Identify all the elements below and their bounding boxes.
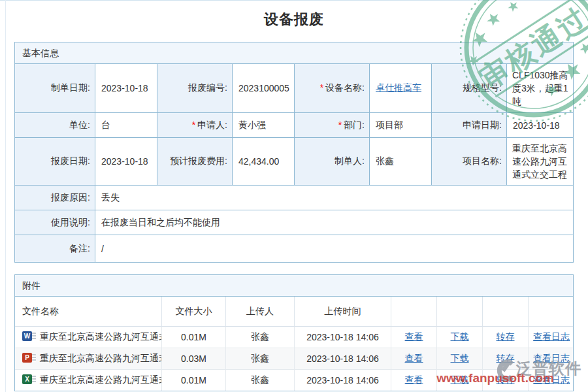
field-label-project-name: 项目名称:	[432, 138, 507, 186]
field-label-usage-note: 使用说明:	[15, 210, 95, 235]
field-label-remark: 备注:	[15, 235, 95, 263]
field-label-scrap-date: 报废日期:	[15, 138, 95, 186]
file-name: 重庆至北京高速公路九河互通式	[40, 331, 162, 342]
content-area: 基本信息 制单日期: 2023-10-18 报废编号: 2023100005 *…	[14, 42, 574, 391]
file-name: 重庆至北京高速公路九河互通式	[40, 353, 162, 363]
field-value-spec-model: CLF1030推高度3米，起重1吨	[507, 64, 574, 113]
col-action-saveas	[483, 297, 529, 327]
basic-info-table: 制单日期: 2023-10-18 报废编号: 2023100005 *设备名称:…	[15, 64, 574, 263]
field-value-scrap-reason: 丢失	[95, 186, 574, 210]
col-uploader: 上传人	[226, 297, 295, 327]
file-upload-time: 2023-10-18 14:06	[295, 327, 391, 348]
attachments-section-header: 附件	[15, 275, 573, 297]
file-size: 0.01M	[162, 327, 226, 348]
required-marker: *	[192, 120, 195, 130]
required-marker: *	[338, 120, 342, 130]
file-upload-time: 2023-10-18 14:06	[295, 348, 391, 370]
field-value-apply-date: 2023-10-18	[507, 113, 574, 138]
field-value-estimated-cost: 42,434.00	[233, 138, 295, 186]
file-size: 0.01M	[162, 370, 226, 391]
download-link[interactable]: 下载	[451, 374, 469, 385]
field-value-remark: /	[95, 235, 574, 263]
field-label-scrap-no: 报废编号:	[157, 64, 233, 113]
field-value-make-date: 2023-10-18	[95, 64, 157, 113]
ppt-file-icon: P	[22, 353, 36, 363]
field-label-apply-date: 申请日期:	[432, 113, 507, 138]
view-log-link[interactable]: 查看日志	[533, 331, 570, 342]
field-label-spec-model: 规格型号:	[432, 64, 507, 113]
left-divider	[5, 0, 6, 392]
field-value-usage-note: 在报废当日和之后均不能使用	[95, 210, 574, 235]
field-label-equipment-name: *设备名称:	[295, 64, 370, 113]
file-name: 重庆至北京高速公路九河互通式	[40, 374, 162, 385]
excel-file-icon: X	[22, 374, 36, 385]
field-label-department: *部门:	[295, 113, 370, 138]
file-name-cell: X重庆至北京高速公路九河互通式	[15, 370, 162, 391]
file-size: 0.03M	[162, 348, 226, 370]
file-uploader: 张鑫	[226, 370, 295, 391]
file-upload-time: 2023-10-18 14:06	[295, 370, 391, 391]
field-label-unit: 单位:	[15, 113, 95, 138]
file-uploader: 张鑫	[226, 348, 295, 370]
field-label-estimated-cost: 预计报废费用:	[157, 138, 233, 186]
col-action-log	[529, 297, 574, 327]
attachment-row: P重庆至北京高速公路九河互通式 0.03M 张鑫 2023-10-18 14:0…	[15, 348, 574, 370]
download-link[interactable]: 下载	[451, 353, 469, 363]
saveas-link[interactable]: 转存	[497, 353, 515, 363]
basic-info-panel: 基本信息 制单日期: 2023-10-18 报废编号: 2023100005 *…	[14, 42, 574, 263]
view-link[interactable]: 查看	[405, 353, 423, 363]
field-value-equipment-name: 卓仕推高车	[370, 64, 432, 113]
attachment-row: W重庆至北京高速公路九河互通式 0.01M 张鑫 2023-10-18 14:0…	[15, 327, 574, 348]
col-upload-time: 上传时间	[295, 297, 391, 327]
col-file-size: 文件大小	[162, 297, 226, 327]
view-log-link[interactable]: 查看日志	[533, 374, 570, 385]
col-file-name: 文件名称	[15, 297, 162, 327]
file-name-cell: W重庆至北京高速公路九河互通式	[15, 327, 162, 348]
view-link[interactable]: 查看	[405, 331, 423, 342]
field-value-applicant: 黄小强	[233, 113, 295, 138]
file-uploader: 张鑫	[226, 327, 295, 348]
attachment-row: X重庆至北京高速公路九河互通式 0.01M 张鑫 2023-10-18 14:0…	[15, 370, 574, 391]
col-action-view	[391, 297, 437, 327]
view-link[interactable]: 查看	[405, 374, 423, 385]
attachments-panel: 附件 文件名称 文件大小 上传人 上传时间 W重庆至北京高速公路九河互通式	[14, 274, 574, 391]
field-label-scrap-reason: 报废原因:	[15, 186, 95, 210]
top-divider	[0, 0, 588, 1]
required-marker: *	[320, 82, 323, 93]
attachments-header-row: 文件名称 文件大小 上传人 上传时间	[15, 297, 574, 327]
view-log-link[interactable]: 查看日志	[533, 353, 570, 363]
field-label-maker: 制单人:	[295, 138, 370, 186]
basic-info-section-header: 基本信息	[15, 42, 573, 64]
field-label-applicant: *申请人:	[157, 113, 233, 138]
field-value-maker: 张鑫	[370, 138, 432, 186]
field-label-make-date: 制单日期:	[15, 64, 95, 113]
field-value-scrap-date: 2023-10-18	[95, 138, 157, 186]
field-value-department: 项目部	[370, 113, 432, 138]
saveas-link[interactable]: 转存	[497, 331, 515, 342]
field-value-scrap-no: 2023100005	[233, 64, 295, 113]
equipment-name-link[interactable]: 卓仕推高车	[376, 82, 421, 93]
file-name-cell: P重庆至北京高速公路九河互通式	[15, 348, 162, 370]
saveas-link[interactable]: 转存	[497, 374, 515, 385]
download-link[interactable]: 下载	[451, 331, 469, 342]
word-file-icon: W	[22, 331, 36, 342]
field-value-unit: 台	[95, 113, 157, 138]
col-action-download	[437, 297, 483, 327]
page-title: 设备报废	[0, 10, 588, 29]
field-value-project-name: 重庆至北京高速公路九河互通式立交工程	[507, 138, 574, 186]
attachments-table: 文件名称 文件大小 上传人 上传时间 W重庆至北京高速公路九河互通式 0.01M…	[15, 297, 574, 391]
